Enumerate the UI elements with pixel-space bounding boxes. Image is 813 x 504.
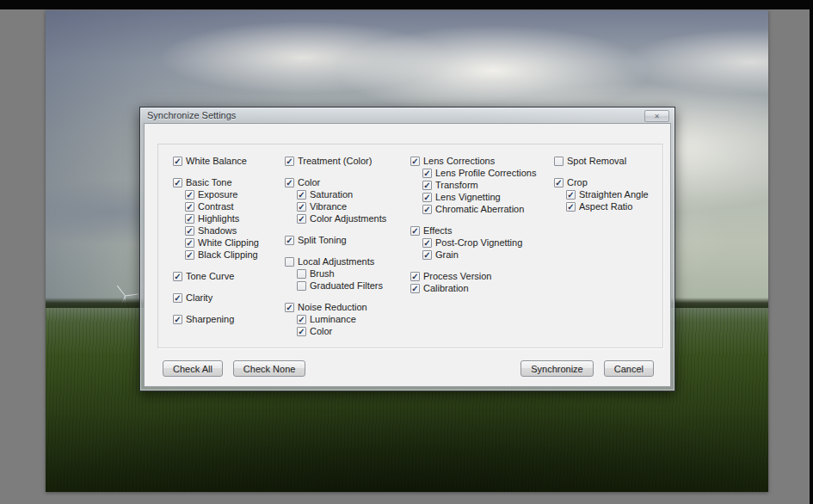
- checkbox-item[interactable]: ✓Chromatic Aberration: [422, 203, 536, 215]
- checkbox-item[interactable]: ✓White Balance: [173, 155, 259, 167]
- checkbox-checked[interactable]: ✓: [422, 181, 432, 190]
- checkbox-checked[interactable]: ✓: [285, 236, 294, 245]
- checkbox-item[interactable]: ✓Shadows: [185, 224, 259, 237]
- checkbox-checked[interactable]: ✓: [185, 238, 194, 248]
- checkbox-item[interactable]: ✓Contrast: [185, 200, 259, 212]
- checkbox-checked[interactable]: ✓: [185, 250, 194, 260]
- checkbox-item[interactable]: ✓Split Toning: [285, 234, 386, 246]
- checkbox-item[interactable]: ✓Color: [297, 325, 386, 337]
- checkbox-checked[interactable]: ✓: [285, 303, 294, 312]
- checkbox-item[interactable]: ✓Luminance: [297, 313, 386, 325]
- checkbox-item[interactable]: ✓Lens Vignetting: [422, 191, 536, 203]
- dialog-title: Synchronize Settings: [140, 110, 236, 120]
- checkbox-group: ✓Basic Tone✓Exposure✓Contrast✓Highlights…: [173, 176, 259, 261]
- checkbox-checked[interactable]: ✓: [422, 169, 432, 178]
- checkbox-item[interactable]: ✓Saturation: [297, 188, 386, 200]
- checkbox-checked[interactable]: ✓: [285, 157, 294, 166]
- cancel-button[interactable]: Cancel: [604, 360, 654, 377]
- checkbox-item[interactable]: ✓Process Version: [410, 270, 536, 282]
- checkbox-item[interactable]: ✓Noise Reduction: [285, 301, 386, 313]
- checkbox-unchecked[interactable]: [297, 281, 306, 291]
- checkbox-label: Color: [298, 177, 320, 187]
- checkbox-item[interactable]: ✓Effects: [410, 224, 536, 237]
- checkbox-checked[interactable]: ✓: [297, 214, 306, 224]
- checkbox-item[interactable]: Spot Removal: [554, 155, 649, 167]
- checkbox-checked[interactable]: ✓: [554, 178, 564, 187]
- checkbox-checked[interactable]: ✓: [422, 205, 432, 214]
- checkbox-checked[interactable]: ✓: [173, 157, 182, 166]
- checkbox-checked[interactable]: ✓: [185, 190, 194, 200]
- checkbox-item[interactable]: ✓Straighten Angle: [566, 188, 649, 200]
- checkbox-checked[interactable]: ✓: [173, 178, 182, 187]
- checkbox-item[interactable]: ✓Color: [285, 176, 386, 188]
- synchronize-button[interactable]: Synchronize: [520, 360, 594, 377]
- check-none-button[interactable]: Check None: [233, 360, 306, 377]
- checkbox-label: Local Adjustments: [298, 256, 374, 267]
- checkbox-checked[interactable]: ✓: [410, 284, 420, 293]
- checkbox-item[interactable]: ✓Tone Curve: [173, 270, 259, 282]
- checkbox-item[interactable]: ✓Color Adjustments: [297, 212, 386, 224]
- checkbox-checked[interactable]: ✓: [566, 202, 576, 212]
- checkbox-item[interactable]: ✓Highlights: [185, 212, 259, 224]
- synchronize-settings-dialog: Synchronize Settings ✕ ✓White Balance✓Ba…: [139, 107, 675, 391]
- checkbox-item[interactable]: ✓Grain: [422, 249, 536, 261]
- checkbox-checked[interactable]: ✓: [297, 202, 306, 212]
- checkbox-item[interactable]: ✓Lens Profile Corrections: [422, 167, 536, 179]
- checkbox-checked[interactable]: ✓: [410, 226, 420, 236]
- checkbox-unchecked[interactable]: [297, 269, 306, 279]
- checkbox-item[interactable]: ✓Crop: [554, 176, 649, 188]
- checkbox-column: ✓Lens Corrections✓Lens Profile Correctio…: [410, 155, 536, 304]
- checkbox-label: Aspect Ratio: [579, 201, 632, 212]
- checkbox-item[interactable]: ✓Aspect Ratio: [566, 200, 649, 212]
- checkbox-unchecked[interactable]: [554, 157, 564, 166]
- checkbox-unchecked[interactable]: [285, 257, 294, 267]
- checkbox-item[interactable]: ✓Black Clipping: [185, 249, 259, 261]
- checkbox-label: Color: [310, 326, 332, 336]
- checkbox-item[interactable]: ✓Sharpening: [173, 313, 259, 325]
- checkbox-checked[interactable]: ✓: [185, 202, 194, 212]
- checkbox-item[interactable]: ✓Clarity: [173, 292, 259, 304]
- checkbox-item[interactable]: ✓Vibrance: [297, 200, 386, 212]
- close-icon: ✕: [654, 113, 660, 120]
- checkbox-item[interactable]: ✓Calibration: [410, 282, 536, 294]
- checkbox-label: Straighten Angle: [579, 189, 649, 200]
- checkbox-item[interactable]: ✓Transform: [422, 179, 536, 191]
- checkbox-checked[interactable]: ✓: [297, 315, 306, 324]
- checkbox-label: Clarity: [186, 292, 212, 303]
- dialog-titlebar[interactable]: Synchronize Settings ✕: [140, 108, 674, 123]
- checkbox-item[interactable]: ✓Basic Tone: [173, 176, 259, 188]
- checkbox-checked[interactable]: ✓: [185, 214, 194, 224]
- checkbox-item[interactable]: Graduated Filters: [297, 280, 386, 292]
- checkbox-group: Local AdjustmentsBrushGraduated Filters: [285, 255, 386, 292]
- checkbox-group: ✓Effects✓Post-Crop Vignetting✓Grain: [410, 224, 536, 261]
- check-all-button[interactable]: Check All: [163, 360, 223, 377]
- checkbox-label: Lens Corrections: [423, 156, 495, 166]
- checkbox-checked[interactable]: ✓: [410, 157, 420, 166]
- checkbox-group: Spot Removal: [554, 155, 649, 167]
- checkbox-item[interactable]: ✓Post-Crop Vignetting: [422, 237, 536, 249]
- checkbox-checked[interactable]: ✓: [566, 190, 576, 200]
- checkbox-checked[interactable]: ✓: [422, 193, 432, 202]
- dialog-content: ✓White Balance✓Basic Tone✓Exposure✓Contr…: [144, 123, 671, 387]
- checkbox-item[interactable]: ✓Exposure: [185, 188, 259, 200]
- checkbox-checked[interactable]: ✓: [297, 190, 306, 200]
- checkbox-checked[interactable]: ✓: [185, 226, 194, 236]
- checkbox-item[interactable]: ✓White Clipping: [185, 237, 259, 249]
- checkbox-checked[interactable]: ✓: [173, 272, 182, 281]
- checkbox-item[interactable]: Local Adjustments: [285, 255, 386, 267]
- checkbox-checked[interactable]: ✓: [410, 272, 420, 281]
- checkbox-label: Treatment (Color): [298, 156, 372, 166]
- checkbox-item[interactable]: ✓Lens Corrections: [410, 155, 536, 167]
- checkbox-checked[interactable]: ✓: [297, 327, 306, 336]
- checkbox-item[interactable]: Brush: [297, 267, 386, 280]
- checkbox-column: Spot Removal✓Crop✓Straighten Angle✓Aspec…: [554, 155, 649, 222]
- checkbox-item[interactable]: ✓Treatment (Color): [285, 155, 386, 167]
- checkbox-checked[interactable]: ✓: [285, 178, 294, 187]
- window-chrome-top: [0, 0, 813, 9]
- checkbox-group: ✓Process Version✓Calibration: [410, 270, 536, 294]
- checkbox-checked[interactable]: ✓: [422, 238, 432, 248]
- checkbox-checked[interactable]: ✓: [422, 250, 432, 260]
- checkbox-checked[interactable]: ✓: [173, 293, 182, 303]
- close-button[interactable]: ✕: [644, 110, 669, 122]
- checkbox-checked[interactable]: ✓: [173, 315, 182, 324]
